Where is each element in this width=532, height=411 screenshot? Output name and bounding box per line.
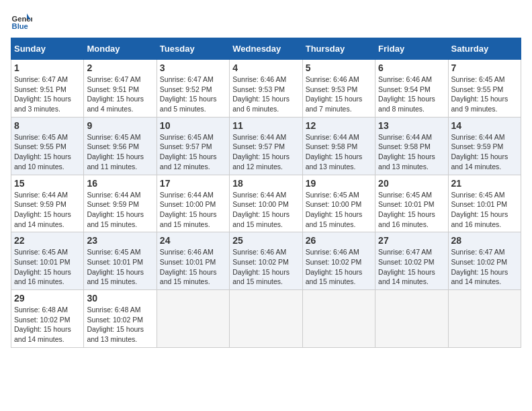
sunset-label: Sunset: 10:02 PM	[378, 258, 434, 266]
day-number: 2	[87, 62, 153, 73]
calendar-day-cell: 30 Sunrise: 6:48 AM Sunset: 10:02 PM Day…	[84, 290, 157, 348]
sunset-label: Sunset: 9:51 PM	[87, 85, 139, 93]
sunset-label: Sunset: 9:56 PM	[87, 142, 139, 150]
calendar-week-row: 22 Sunrise: 6:45 AM Sunset: 10:01 PM Day…	[11, 232, 521, 290]
day-info: Sunrise: 6:45 AM Sunset: 10:01 PM Daylig…	[451, 190, 518, 230]
sunrise-label: Sunrise: 6:44 AM	[87, 191, 140, 199]
day-info: Sunrise: 6:48 AM Sunset: 10:02 PM Daylig…	[87, 305, 153, 345]
day-number: 25	[232, 235, 299, 246]
calendar-day-cell: 18 Sunrise: 6:44 AM Sunset: 10:00 PM Day…	[230, 175, 302, 232]
sunrise-label: Sunrise: 6:44 AM	[232, 191, 286, 199]
sunrise-label: Sunrise: 6:45 AM	[378, 191, 432, 199]
calendar-day-cell: 5 Sunrise: 6:46 AM Sunset: 9:53 PM Dayli…	[302, 60, 375, 118]
calendar-day-cell: 22 Sunrise: 6:45 AM Sunset: 10:01 PM Day…	[11, 232, 84, 290]
sunrise-label: Sunrise: 6:45 AM	[160, 133, 214, 141]
day-info: Sunrise: 6:45 AM Sunset: 10:01 PM Daylig…	[87, 247, 153, 287]
sunrise-label: Sunrise: 6:45 AM	[14, 248, 68, 256]
calendar-day-cell: 28 Sunrise: 6:47 AM Sunset: 10:02 PM Day…	[448, 232, 521, 290]
weekday-header-wednesday: Wednesday	[230, 38, 302, 60]
sunset-label: Sunset: 10:01 PM	[160, 258, 216, 266]
calendar-day-cell	[230, 290, 302, 348]
daylight-label: Daylight: 15 hours and 4 minutes.	[87, 95, 144, 113]
sunrise-label: Sunrise: 6:46 AM	[306, 75, 359, 83]
sunset-label: Sunset: 9:53 PM	[306, 85, 358, 93]
daylight-label: Daylight: 15 hours and 15 minutes.	[232, 268, 290, 286]
day-info: Sunrise: 6:45 AM Sunset: 9:56 PM Dayligh…	[87, 132, 153, 172]
daylight-label: Daylight: 15 hours and 14 minutes.	[14, 325, 71, 343]
sunset-label: Sunset: 9:51 PM	[14, 85, 66, 93]
sunrise-label: Sunrise: 6:44 AM	[232, 133, 286, 141]
sunset-label: Sunset: 10:01 PM	[378, 200, 434, 208]
calendar-day-cell: 4 Sunrise: 6:46 AM Sunset: 9:53 PM Dayli…	[230, 60, 302, 118]
calendar-day-cell: 17 Sunrise: 6:44 AM Sunset: 10:00 PM Day…	[157, 175, 229, 232]
sunrise-label: Sunrise: 6:47 AM	[160, 75, 214, 83]
day-info: Sunrise: 6:44 AM Sunset: 10:00 PM Daylig…	[160, 190, 226, 230]
calendar-day-cell	[448, 290, 521, 348]
sunset-label: Sunset: 10:02 PM	[306, 258, 361, 266]
calendar-day-cell: 2 Sunrise: 6:47 AM Sunset: 9:51 PM Dayli…	[84, 60, 157, 118]
daylight-label: Daylight: 15 hours and 13 minutes.	[306, 152, 363, 171]
calendar-day-cell: 24 Sunrise: 6:46 AM Sunset: 10:01 PM Day…	[157, 232, 229, 290]
day-number: 20	[378, 178, 445, 189]
sunrise-label: Sunrise: 6:44 AM	[306, 133, 359, 141]
day-info: Sunrise: 6:47 AM Sunset: 9:51 PM Dayligh…	[87, 75, 153, 114]
daylight-label: Daylight: 15 hours and 7 minutes.	[306, 95, 363, 113]
day-number: 6	[378, 62, 445, 73]
daylight-label: Daylight: 15 hours and 16 minutes.	[378, 210, 435, 228]
weekday-header-monday: Monday	[84, 38, 157, 60]
day-info: Sunrise: 6:46 AM Sunset: 10:02 PM Daylig…	[232, 247, 299, 287]
calendar-day-cell: 23 Sunrise: 6:45 AM Sunset: 10:01 PM Day…	[84, 232, 157, 290]
day-number: 23	[87, 235, 153, 246]
sunset-label: Sunset: 9:58 PM	[306, 142, 358, 150]
sunrise-label: Sunrise: 6:46 AM	[378, 75, 432, 83]
daylight-label: Daylight: 15 hours and 16 minutes.	[451, 210, 508, 228]
sunset-label: Sunset: 9:54 PM	[378, 85, 431, 93]
calendar-day-cell: 6 Sunrise: 6:46 AM Sunset: 9:54 PM Dayli…	[375, 60, 448, 118]
daylight-label: Daylight: 15 hours and 13 minutes.	[87, 325, 144, 343]
sunset-label: Sunset: 10:00 PM	[160, 200, 216, 208]
sunset-label: Sunset: 10:02 PM	[451, 258, 507, 266]
day-number: 3	[160, 62, 226, 73]
daylight-label: Daylight: 15 hours and 15 minutes.	[160, 210, 217, 228]
sunrise-label: Sunrise: 6:44 AM	[451, 133, 505, 141]
sunset-label: Sunset: 9:57 PM	[160, 142, 212, 150]
day-number: 14	[451, 120, 518, 131]
weekday-header-sunday: Sunday	[11, 38, 84, 60]
day-info: Sunrise: 6:47 AM Sunset: 10:02 PM Daylig…	[451, 247, 518, 287]
calendar-day-cell: 16 Sunrise: 6:44 AM Sunset: 9:59 PM Dayl…	[84, 175, 157, 232]
sunrise-label: Sunrise: 6:46 AM	[232, 75, 286, 83]
sunrise-label: Sunrise: 6:45 AM	[87, 248, 140, 256]
day-number: 11	[232, 120, 299, 131]
day-number: 21	[451, 178, 518, 189]
day-number: 28	[451, 235, 518, 246]
day-info: Sunrise: 6:46 AM Sunset: 9:54 PM Dayligh…	[378, 75, 445, 114]
day-number: 9	[87, 120, 153, 131]
day-info: Sunrise: 6:45 AM Sunset: 10:01 PM Daylig…	[14, 247, 81, 287]
day-info: Sunrise: 6:45 AM Sunset: 9:55 PM Dayligh…	[14, 132, 81, 172]
daylight-label: Daylight: 15 hours and 15 minutes.	[232, 210, 290, 228]
sunset-label: Sunset: 9:53 PM	[232, 85, 285, 93]
sunrise-label: Sunrise: 6:44 AM	[14, 191, 68, 199]
calendar-day-cell	[157, 290, 229, 348]
calendar-day-cell	[302, 290, 375, 348]
sunset-label: Sunset: 10:00 PM	[306, 200, 361, 208]
day-number: 22	[14, 235, 81, 246]
day-number: 12	[306, 120, 372, 131]
day-info: Sunrise: 6:44 AM Sunset: 9:58 PM Dayligh…	[378, 132, 445, 172]
sunset-label: Sunset: 9:59 PM	[87, 200, 139, 208]
sunrise-label: Sunrise: 6:46 AM	[306, 248, 359, 256]
day-number: 10	[160, 120, 226, 131]
daylight-label: Daylight: 15 hours and 15 minutes.	[306, 210, 363, 228]
daylight-label: Daylight: 15 hours and 10 minutes.	[14, 152, 71, 171]
day-info: Sunrise: 6:47 AM Sunset: 9:51 PM Dayligh…	[14, 75, 81, 114]
sunrise-label: Sunrise: 6:45 AM	[87, 133, 140, 141]
sunset-label: Sunset: 9:55 PM	[451, 85, 504, 93]
day-info: Sunrise: 6:44 AM Sunset: 10:00 PM Daylig…	[232, 190, 299, 230]
sunrise-label: Sunrise: 6:46 AM	[232, 248, 286, 256]
sunrise-label: Sunrise: 6:48 AM	[87, 306, 140, 314]
day-info: Sunrise: 6:45 AM Sunset: 9:57 PM Dayligh…	[160, 132, 226, 172]
day-info: Sunrise: 6:44 AM Sunset: 9:58 PM Dayligh…	[306, 132, 372, 172]
day-number: 18	[232, 178, 299, 189]
sunrise-label: Sunrise: 6:45 AM	[451, 75, 505, 83]
calendar-day-cell: 26 Sunrise: 6:46 AM Sunset: 10:02 PM Day…	[302, 232, 375, 290]
